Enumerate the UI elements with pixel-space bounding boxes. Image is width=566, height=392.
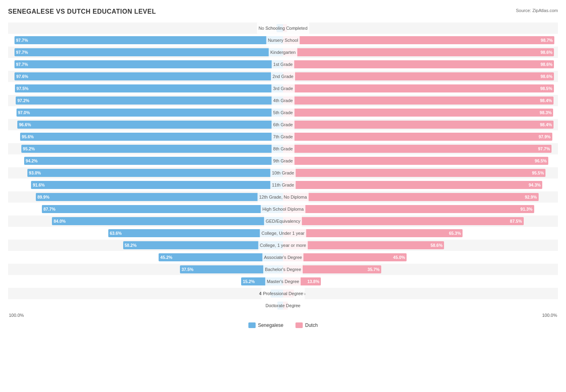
bar-label: 1st Grade	[272, 59, 294, 70]
bar-label: 11th Grade	[270, 179, 295, 191]
bar-row: 84.0%GED/Equivalency87.5%	[8, 215, 558, 227]
pink-bar: 98.6%	[283, 72, 554, 80]
bar-label: 7th Grade	[272, 131, 295, 142]
bar-row: 15.2%Master's Degree13.8%	[8, 276, 558, 287]
left-bar-container: 97.6%	[8, 71, 283, 82]
bar-value-left: 94.2%	[26, 158, 38, 163]
bar-value-right: 35.7%	[368, 267, 380, 272]
left-bar-container: 84.0%	[8, 215, 283, 227]
blue-bar: 95.2%	[21, 145, 283, 153]
pink-bar: 97.7%	[283, 145, 552, 153]
blue-bar: 89.9%	[36, 193, 283, 201]
bar-row: 97.7%Kindergarten98.6%	[8, 47, 558, 58]
bar-value-right: 92.9%	[525, 195, 537, 199]
bar-value-left: 97.2%	[17, 98, 29, 103]
bar-value-left: 97.7%	[16, 62, 28, 67]
bar-value-right: 58.6%	[430, 243, 442, 248]
left-bar-container: 93.0%	[8, 167, 283, 179]
blue-bar: 97.7%	[14, 60, 283, 68]
bar-value-left: 63.6%	[110, 231, 122, 236]
bar-value-left: 15.2%	[243, 279, 255, 284]
bar-value-right: 98.7%	[541, 38, 553, 43]
chart-title: SENEGALESE VS DUTCH EDUCATION LEVEL	[8, 8, 156, 15]
right-bar-container: 35.7%	[283, 264, 558, 275]
blue-bar: 97.5%	[15, 84, 283, 92]
bar-label: No Schooling Completed	[257, 23, 309, 34]
right-bar-container: 98.7%	[283, 35, 558, 46]
left-bar-container: 95.6%	[8, 131, 283, 142]
bar-row: 37.5%Bachelor's Degree35.7%	[8, 264, 558, 275]
blue-bar: 97.7%	[14, 48, 283, 56]
right-bar-container: 97.9%	[283, 131, 558, 142]
bar-value-right: 98.6%	[541, 50, 553, 55]
right-bar-container: 1.4%	[283, 23, 558, 34]
bar-value-left: 95.2%	[23, 146, 35, 151]
right-bar-container: 92.9%	[283, 191, 558, 203]
blue-bar: 97.2%	[16, 96, 283, 105]
bar-label: 12th Grade, No Diploma	[258, 191, 309, 203]
bar-label: Nursery School	[266, 35, 300, 46]
bar-row: 97.7%Nursery School98.7%	[8, 35, 558, 46]
legend-color-pink	[295, 322, 303, 328]
chart-container: SENEGALESE VS DUTCH EDUCATION LEVEL Sour…	[8, 8, 558, 328]
bar-value-left: 96.6%	[19, 122, 31, 127]
bar-row: 94.2%9th Grade96.5%	[8, 155, 558, 166]
bar-value-right: 97.7%	[538, 146, 550, 151]
bar-row: 97.5%3rd Grade98.5%	[8, 83, 558, 94]
bar-row: 97.2%4th Grade98.4%	[8, 95, 558, 106]
bar-label: College, 1 year or more	[258, 240, 308, 251]
bar-value-left: 97.6%	[16, 74, 28, 79]
legend-item-dutch: Dutch	[295, 322, 318, 328]
bar-label: College, Under 1 year	[260, 228, 306, 239]
left-bar-container: 94.2%	[8, 155, 283, 166]
right-bar-container: 96.5%	[283, 155, 558, 166]
bar-row: 93.0%10th Grade95.5%	[8, 167, 558, 179]
right-bar-container: 58.6%	[283, 240, 558, 251]
pink-bar: 87.5%	[283, 217, 524, 225]
bar-value-left: 93.0%	[29, 170, 41, 175]
bar-row: 95.2%8th Grade97.7%	[8, 143, 558, 154]
bar-row: 2.0%Doctorate Degree1.8%	[8, 300, 558, 311]
legend: Senegalese Dutch	[8, 322, 558, 328]
bar-row: 95.6%7th Grade97.9%	[8, 131, 558, 142]
bar-value-right: 45.0%	[393, 255, 405, 260]
bar-value-left: 95.6%	[22, 134, 34, 139]
bar-row: 97.0%5th Grade98.3%	[8, 107, 558, 118]
pink-bar: 98.7%	[283, 36, 554, 44]
pink-bar: 98.4%	[283, 96, 554, 105]
bar-value-right: 94.3%	[529, 183, 541, 187]
pink-bar: 98.6%	[283, 48, 554, 56]
chart-header: SENEGALESE VS DUTCH EDUCATION LEVEL Sour…	[8, 8, 558, 15]
bar-value-left: 89.9%	[37, 195, 50, 199]
pink-bar: 98.3%	[283, 109, 553, 117]
left-bar-container: 91.6%	[8, 179, 283, 191]
left-bar-container: 96.6%	[8, 119, 283, 130]
blue-bar: 63.6%	[108, 229, 283, 237]
bottom-labels: 100.0% 100.0%	[8, 313, 558, 318]
legend-label-dutch: Dutch	[305, 322, 318, 328]
bar-value-left: 45.2%	[160, 255, 172, 260]
blue-bar: 97.0%	[17, 109, 283, 117]
blue-bar: 84.0%	[52, 217, 283, 225]
bar-value-right: 98.4%	[540, 122, 552, 127]
legend-label-senegalese: Senegalese	[258, 322, 283, 328]
right-bar-container: 98.6%	[283, 71, 558, 82]
left-bar-container: 95.2%	[8, 143, 283, 154]
bar-label: 2nd Grade	[271, 71, 295, 82]
bar-label: Master's Degree	[265, 276, 301, 287]
bar-row: 4.6%Professional Degree4.0%	[8, 288, 558, 299]
left-bar-container: 15.2%	[8, 276, 283, 287]
left-bar-container: 97.5%	[8, 83, 283, 94]
left-bar-container: 97.7%	[8, 59, 283, 70]
blue-bar: 87.7%	[42, 205, 283, 213]
bar-label: 6th Grade	[272, 119, 295, 130]
bar-value-right: 97.9%	[539, 134, 551, 139]
right-bar-container: 98.6%	[283, 47, 558, 58]
right-bar-container: 65.3%	[283, 228, 558, 239]
right-bar-container: 87.5%	[283, 215, 558, 227]
bar-label: Doctorate Degree	[264, 300, 302, 311]
blue-bar: 96.6%	[17, 121, 283, 129]
bar-row: 91.6%11th Grade94.3%	[8, 179, 558, 191]
bar-value-right: 98.6%	[541, 62, 553, 67]
bar-value-right: 98.4%	[540, 98, 552, 103]
